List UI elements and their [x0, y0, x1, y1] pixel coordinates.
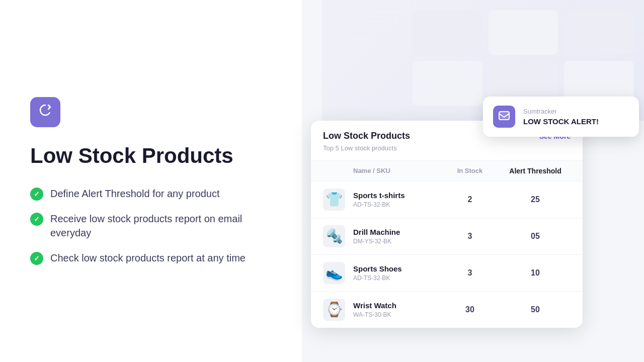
- notification-card: Sumtracker LOW STOCK ALERT!: [483, 97, 639, 137]
- table-title: Low Stock Products: [323, 131, 410, 141]
- bg-card-1: [413, 10, 482, 55]
- product-sku-1: AD-TS-32-BK: [353, 201, 440, 208]
- alert-threshold-4: 50: [500, 305, 571, 314]
- bg-card-4: [413, 61, 482, 106]
- refresh-icon: [37, 102, 53, 122]
- in-stock-3: 3: [440, 268, 500, 278]
- notification-content: Sumtracker LOW STOCK ALERT!: [523, 108, 599, 126]
- notification-source: Sumtracker: [523, 108, 599, 115]
- table-row: 🔩 Drill Machine DM-YS-32-BK 3 05: [311, 218, 583, 255]
- background-grid-cards: [413, 10, 634, 106]
- product-image-watch: ⌚: [323, 299, 345, 321]
- left-panel: Low Stock Products Define Alert Threshol…: [0, 0, 302, 362]
- alert-threshold-3: 10: [500, 268, 571, 278]
- product-name-2: Drill Machine: [353, 228, 440, 236]
- product-image-shoes: 👟: [323, 262, 345, 284]
- feature-text-1: Define Alert Threshold for any product: [50, 187, 219, 201]
- in-stock-4: 30: [440, 305, 500, 314]
- table-row: 👕 Sports t-shirts AD-TS-32-BK 2 25: [311, 182, 583, 218]
- notification-message: LOW STOCK ALERT!: [523, 117, 599, 126]
- col-in-stock: In Stock: [440, 167, 500, 175]
- table-row: ⌚ Wrist Watch WA-TS-30-BK 30 50: [311, 292, 583, 328]
- product-sku-4: WA-TS-30-BK: [353, 311, 440, 318]
- table-row: 👟 Sports Shoes AD-TS-32-BK 3 10: [311, 255, 583, 292]
- svg-point-0: [50, 107, 51, 108]
- product-name-4: Wrist Watch: [353, 301, 440, 310]
- check-icon-2: [30, 213, 43, 226]
- product-info-watch: Wrist Watch WA-TS-30-BK: [353, 301, 440, 318]
- col-image: [323, 167, 353, 175]
- product-name-3: Sports Shoes: [353, 264, 440, 273]
- feature-list: Define Alert Threshold for any product R…: [30, 187, 272, 265]
- product-info-drill: Drill Machine DM-YS-32-BK: [353, 228, 440, 245]
- check-icon-3: [30, 252, 43, 265]
- low-stock-table-card: Low Stock Products See More Top 5 Low st…: [311, 121, 583, 328]
- email-icon: [498, 110, 510, 124]
- product-info-shoes: Sports Shoes AD-TS-32-BK: [353, 264, 440, 282]
- bg-card-2: [489, 10, 558, 55]
- feature-item-1: Define Alert Threshold for any product: [30, 187, 272, 201]
- product-sku-2: DM-YS-32-BK: [353, 238, 440, 245]
- product-image-tshirt: 👕: [323, 189, 345, 211]
- product-image-drill: 🔩: [323, 225, 345, 247]
- alert-threshold-2: 05: [500, 232, 571, 241]
- check-icon-1: [30, 188, 43, 201]
- product-info-tshirt: Sports t-shirts AD-TS-32-BK: [353, 191, 440, 208]
- table-column-headers: Name / SKU In Stock Alert Threshold: [311, 161, 583, 182]
- app-logo: [30, 97, 60, 127]
- in-stock-1: 2: [440, 195, 500, 204]
- product-name-1: Sports t-shirts: [353, 191, 440, 200]
- page-title: Low Stock Products: [30, 143, 272, 168]
- notification-icon: [493, 106, 515, 128]
- col-name-sku: Name / SKU: [353, 167, 440, 175]
- table-subtitle: Top 5 Low stock products: [323, 144, 397, 152]
- col-alert-threshold: Alert Threshold: [500, 167, 571, 175]
- svg-rect-1: [499, 112, 509, 120]
- feature-text-3: Check low stock products report at any t…: [50, 251, 246, 265]
- alert-threshold-1: 25: [500, 195, 571, 204]
- bg-card-3: [564, 10, 634, 55]
- feature-item-3: Check low stock products report at any t…: [30, 251, 272, 265]
- in-stock-2: 3: [440, 232, 500, 241]
- feature-item-2: Receive low stock products report on ema…: [30, 212, 272, 240]
- product-sku-3: AD-TS-32-BK: [353, 275, 440, 282]
- feature-text-2: Receive low stock products report on ema…: [50, 212, 272, 240]
